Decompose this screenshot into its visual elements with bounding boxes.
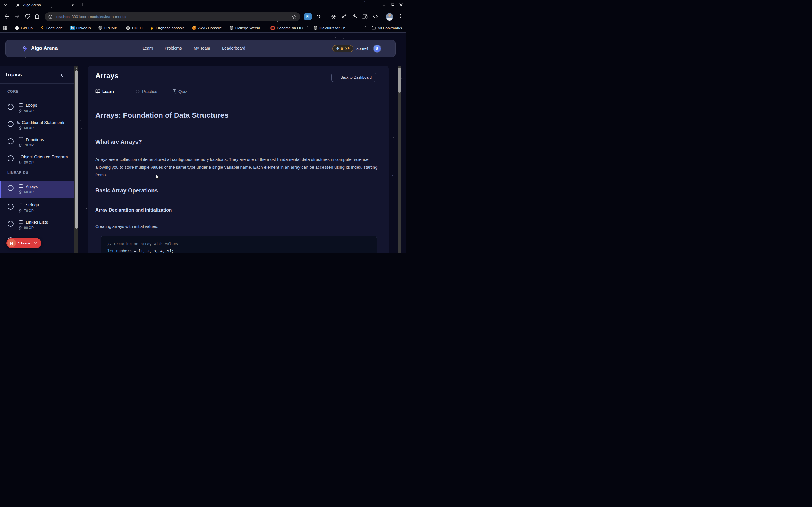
url-bar[interactable]: localhost:3001/core-modules/learn-module <box>45 12 300 21</box>
topic-arrays[interactable]: Arrays 60 XP <box>0 181 74 198</box>
home-icon[interactable] <box>34 13 40 19</box>
module-title: Arrays <box>95 71 118 80</box>
devices-cast-icon[interactable] <box>362 13 368 19</box>
book-open-icon <box>18 220 23 224</box>
scroll-up-arrow-icon[interactable] <box>75 67 78 69</box>
downloads-icon[interactable] <box>352 13 357 19</box>
folder-icon <box>371 25 376 30</box>
oc-icon <box>270 26 275 30</box>
tab-search-chevron-icon[interactable] <box>3 3 8 7</box>
sidebar-scrollbar[interactable] <box>74 66 79 253</box>
heading-basic-operations: Basic Array Operations <box>95 187 158 194</box>
main-scrollbar[interactable] <box>398 66 402 253</box>
fi-extension-icon[interactable]: FI <box>304 13 312 20</box>
bookmark-calculus[interactable]: Calculus for En... <box>313 25 349 30</box>
site-info-icon[interactable] <box>48 15 53 19</box>
main-scrollbar-thumb[interactable] <box>398 68 401 93</box>
award-icon <box>18 144 22 147</box>
book-open-icon <box>18 137 23 142</box>
username[interactable]: some1 <box>356 46 369 51</box>
topic-strings[interactable]: Strings 70 XP <box>0 200 74 216</box>
code-block: // Creating an array with values let num… <box>101 236 377 253</box>
dismiss-issue-icon[interactable] <box>34 241 38 245</box>
window-controls <box>382 3 403 7</box>
github-icon <box>15 25 19 30</box>
divider <box>95 130 381 130</box>
window-restore-icon[interactable] <box>390 3 395 7</box>
progress-circle-icon <box>8 121 13 127</box>
browser-chrome: Algo Arena localhost:3001/core-modules/l… <box>0 0 406 33</box>
divider <box>95 150 381 150</box>
topic-functions[interactable]: Functions 70 XP <box>0 135 74 151</box>
nextjs-logo-icon: N <box>7 239 16 247</box>
window-minimize-icon[interactable] <box>382 3 386 7</box>
bookmark-college-weekly[interactable]: College Weekl... <box>229 25 263 30</box>
new-tab-button[interactable] <box>80 3 85 7</box>
book-open-icon <box>18 103 23 108</box>
reload-icon[interactable] <box>24 13 30 19</box>
bookmark-github[interactable]: GitHub <box>15 25 33 30</box>
sidebar-collapse-icon[interactable] <box>59 73 64 78</box>
bookmark-star-icon[interactable] <box>292 14 297 19</box>
bookmark-aws[interactable]: AWS Console <box>192 25 222 30</box>
award-icon <box>18 190 22 194</box>
browser-menu-kebab-icon[interactable] <box>398 13 403 20</box>
globe-icon <box>313 25 318 30</box>
app-navbar: Algo Arena Learn Problems My Team Leader… <box>5 40 396 57</box>
tab-practice[interactable]: Practice <box>135 89 157 94</box>
heading-what-are-arrays: What are Arrays? <box>95 138 142 145</box>
bookmark-firebase[interactable]: Firebase console <box>150 25 185 30</box>
browser-profile-avatar[interactable] <box>386 13 393 20</box>
brand[interactable]: Algo Arena <box>21 45 58 52</box>
nav-link-learn[interactable]: Learn <box>142 46 153 50</box>
dev-code-icon[interactable] <box>372 13 378 19</box>
nav-link-problems[interactable]: Problems <box>164 46 182 50</box>
bookmark-linkedin[interactable]: LinkedIn <box>70 25 91 30</box>
back-to-dashboard-button[interactable]: ← Back to Dashboard <box>331 73 376 82</box>
incognito-icon[interactable] <box>331 13 336 19</box>
xp-badge[interactable]: 0 XP <box>333 45 353 52</box>
active-tab-underline <box>95 99 128 100</box>
code-icon <box>135 89 140 94</box>
sidebar-scrollbar-thumb[interactable] <box>75 70 78 229</box>
nav-link-my-team[interactable]: My Team <box>194 46 210 50</box>
tab-quiz[interactable]: Quiz <box>172 89 187 94</box>
bookmark-lpumis[interactable]: LPUMIS <box>98 25 118 30</box>
section-label-linear-ds: LINEAR DS <box>7 171 29 175</box>
section-label-core: CORE <box>7 90 18 94</box>
tab-strip: Algo Arena <box>0 0 406 10</box>
topic-conditional-statements[interactable]: Conditional Statements 60 XP <box>0 117 74 134</box>
nav-link-leaderboard[interactable]: Leaderboard <box>222 46 245 50</box>
forward-icon[interactable] <box>14 13 20 19</box>
window-close-icon[interactable] <box>399 3 403 7</box>
extensions-puzzle-icon[interactable] <box>316 13 321 19</box>
avatar-body <box>387 18 393 20</box>
back-icon[interactable] <box>4 13 10 19</box>
progress-circle-icon <box>8 185 13 191</box>
nextjs-issue-badge[interactable]: N 1 Issue <box>6 238 41 248</box>
url-path: :3001/core-modules/learn-module <box>70 15 128 19</box>
user-avatar[interactable]: S <box>373 45 381 53</box>
password-key-icon[interactable] <box>342 13 347 19</box>
award-icon <box>18 126 22 130</box>
topic-loops[interactable]: Loops 50 XP <box>0 100 74 117</box>
bookmark-become-oc[interactable]: Become an OC... <box>270 26 306 30</box>
bookmark-leetcode[interactable]: LeetCode <box>40 25 63 30</box>
book-open-icon <box>18 184 23 189</box>
xp-value: 0 XP <box>341 47 350 51</box>
apps-grid-icon[interactable] <box>3 26 7 30</box>
progress-circle-icon <box>8 138 13 144</box>
topic-object-oriented-programming[interactable]: Object-Oriented Program 80 XP <box>0 152 74 168</box>
all-bookmarks[interactable]: All Bookmarks <box>371 25 402 30</box>
bookmark-hdfc[interactable]: HDFC <box>126 25 143 30</box>
url-host: localhost <box>56 15 70 19</box>
topics-sidebar: Topics CORE Loops 50 XP Conditional Stat… <box>0 66 74 253</box>
divider <box>95 216 381 216</box>
avatar-head <box>388 14 391 17</box>
tab-close-icon[interactable] <box>71 3 75 7</box>
brand-name: Algo Arena <box>31 45 58 51</box>
browser-tab[interactable]: Algo Arena <box>11 0 82 10</box>
topic-linked-lists[interactable]: Linked Lists 90 XP <box>0 217 74 233</box>
tab-learn[interactable]: Learn <box>95 89 114 94</box>
quiz-file-question-icon <box>172 89 176 94</box>
